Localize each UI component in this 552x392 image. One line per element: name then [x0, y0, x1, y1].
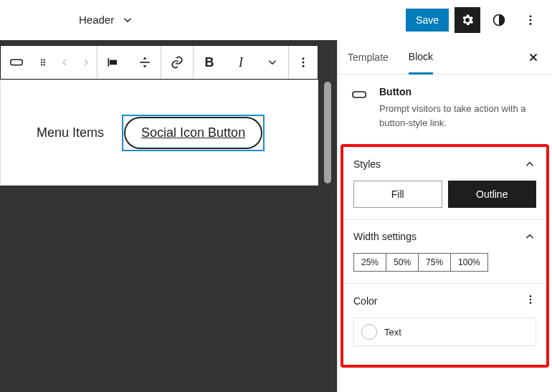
color-swatch [361, 324, 377, 340]
kebab-icon [525, 294, 536, 305]
svg-point-19 [530, 299, 532, 301]
link-icon [170, 55, 184, 70]
vertical-align-button[interactable] [129, 46, 161, 79]
align-button[interactable] [97, 46, 129, 79]
canvas-scrollbar[interactable] [324, 82, 331, 183]
document-title: Header [79, 14, 114, 26]
bold-icon: B [205, 55, 214, 70]
contrast-icon [492, 13, 506, 27]
drag-icon [38, 57, 48, 67]
style-outline-button[interactable]: Outline [448, 181, 537, 208]
svg-point-15 [303, 62, 305, 64]
svg-rect-17 [353, 92, 366, 97]
styles-contrast-button[interactable] [486, 7, 512, 33]
svg-point-6 [44, 59, 45, 60]
width-75-button[interactable]: 75% [419, 253, 451, 272]
highlighted-settings-region: Styles Fill Outline Width settings 25% 5… [341, 144, 549, 368]
svg-rect-13 [140, 62, 149, 63]
svg-point-7 [41, 62, 42, 63]
block-options-button[interactable] [289, 46, 318, 79]
header-template-area[interactable]: Menu Items Social Icon Button [0, 80, 318, 186]
gear-icon [460, 13, 475, 27]
link-button[interactable] [161, 46, 193, 79]
kebab-icon [524, 14, 537, 27]
svg-point-10 [44, 64, 45, 65]
align-middle-icon [138, 55, 152, 70]
color-options-button[interactable] [525, 294, 536, 307]
style-fill-button[interactable]: Fill [353, 181, 442, 208]
chevron-left-icon [59, 57, 70, 68]
menu-items-label: Menu Items [37, 125, 104, 140]
width-heading: Width settings [353, 231, 417, 242]
text-color-button[interactable]: Text [353, 317, 536, 346]
width-panel-toggle[interactable]: Width settings [353, 230, 536, 243]
width-100-button[interactable]: 100% [451, 253, 488, 272]
bold-button[interactable]: B [194, 46, 225, 79]
more-formatting-button[interactable] [257, 46, 288, 79]
block-icon [351, 86, 368, 103]
svg-point-20 [530, 302, 532, 304]
styles-panel-toggle[interactable]: Styles [353, 158, 536, 171]
editor-canvas[interactable]: B I Menu Items Social Icon Button [0, 40, 337, 392]
styles-heading: Styles [353, 158, 381, 170]
settings-button[interactable] [455, 7, 480, 33]
svg-point-18 [530, 295, 532, 297]
align-left-icon [106, 55, 120, 70]
block-toolbar: B I [0, 45, 318, 80]
button-block[interactable]: Social Icon Button [124, 117, 262, 149]
svg-point-14 [303, 57, 305, 59]
color-heading: Color [353, 295, 377, 307]
button-block-icon [351, 86, 368, 103]
svg-rect-12 [110, 61, 116, 64]
close-icon [527, 51, 540, 64]
svg-point-9 [41, 64, 42, 65]
tab-template[interactable]: Template [348, 42, 389, 73]
document-title-dropdown[interactable]: Header [79, 14, 134, 27]
options-menu-button[interactable] [518, 7, 543, 33]
chevron-up-icon [523, 158, 536, 171]
chevron-down-icon [266, 56, 279, 69]
svg-point-3 [530, 22, 532, 24]
svg-point-2 [530, 19, 532, 21]
drag-handle[interactable] [32, 46, 54, 79]
svg-rect-4 [11, 59, 23, 64]
width-50-button[interactable]: 50% [386, 253, 419, 272]
italic-button[interactable]: I [225, 46, 257, 79]
close-sidebar-button[interactable] [523, 47, 543, 67]
text-color-label: Text [384, 327, 401, 338]
block-type-button[interactable] [1, 46, 32, 79]
kebab-icon [297, 56, 310, 69]
svg-point-8 [44, 62, 45, 63]
button-block-icon [9, 54, 24, 70]
svg-point-5 [41, 59, 42, 60]
chevron-down-icon [121, 14, 134, 27]
block-description: Prompt visitors to take action with a bu… [379, 102, 539, 130]
svg-point-16 [303, 65, 305, 67]
italic-icon: I [239, 55, 243, 70]
chevron-up-icon [523, 230, 536, 243]
width-25-button[interactable]: 25% [353, 253, 386, 272]
move-right-button[interactable] [75, 46, 97, 79]
svg-point-1 [530, 15, 532, 17]
block-name: Button [379, 86, 539, 97]
move-left-button[interactable] [54, 46, 75, 79]
save-button[interactable]: Save [406, 9, 449, 32]
tab-block[interactable]: Block [409, 41, 433, 75]
chevron-right-icon [80, 57, 92, 68]
